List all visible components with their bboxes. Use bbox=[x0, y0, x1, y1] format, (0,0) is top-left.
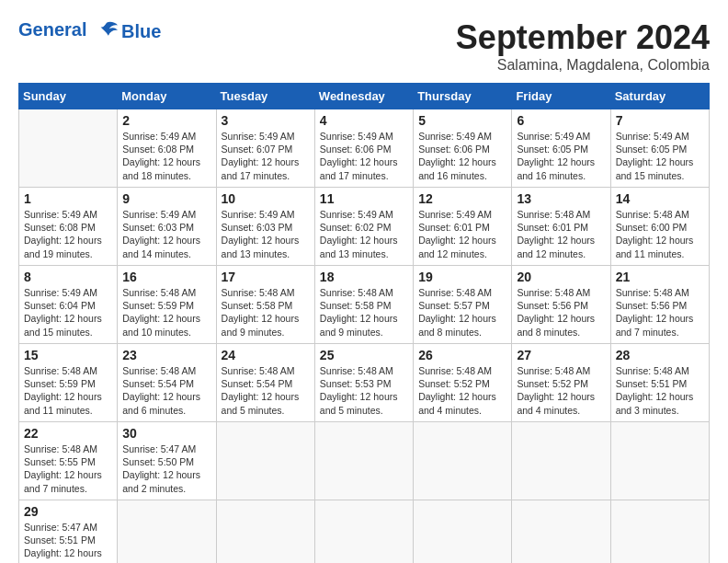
calendar-cell bbox=[512, 422, 610, 500]
day-info: Sunrise: 5:48 AMSunset: 5:51 PMDaylight:… bbox=[616, 365, 694, 416]
day-info: Sunrise: 5:49 AMSunset: 6:03 PMDaylight:… bbox=[122, 209, 200, 259]
day-number: 6 bbox=[517, 113, 605, 128]
day-info: Sunrise: 5:48 AMSunset: 5:57 PMDaylight:… bbox=[418, 287, 496, 338]
day-number: 2 bbox=[122, 113, 210, 128]
logo: General Blue bbox=[18, 18, 161, 44]
day-number: 28 bbox=[616, 348, 704, 362]
calendar-header-tuesday: Tuesday bbox=[216, 84, 314, 109]
day-info: Sunrise: 5:49 AMSunset: 6:07 PMDaylight:… bbox=[222, 131, 300, 181]
calendar-cell bbox=[314, 500, 413, 564]
day-info: Sunrise: 5:49 AMSunset: 6:01 PMDaylight:… bbox=[418, 209, 496, 259]
day-number: 13 bbox=[517, 191, 605, 206]
calendar-cell bbox=[216, 422, 314, 500]
day-info: Sunrise: 5:48 AMSunset: 5:59 PMDaylight:… bbox=[122, 287, 200, 338]
calendar-header-monday: Monday bbox=[118, 84, 216, 109]
day-info: Sunrise: 5:49 AMSunset: 6:06 PMDaylight:… bbox=[320, 131, 398, 181]
calendar-cell bbox=[610, 422, 709, 500]
logo-blue: Blue bbox=[121, 21, 161, 42]
location-subtitle: Salamina, Magdalena, Colombia bbox=[456, 57, 710, 74]
day-info: Sunrise: 5:47 AMSunset: 5:50 PMDaylight:… bbox=[122, 443, 200, 494]
calendar-cell: 6 Sunrise: 5:49 AMSunset: 6:05 PMDayligh… bbox=[512, 109, 610, 188]
day-number: 23 bbox=[122, 348, 210, 362]
day-number: 8 bbox=[24, 270, 112, 284]
calendar-cell: 28 Sunrise: 5:48 AMSunset: 5:51 PMDaylig… bbox=[610, 344, 709, 422]
calendar-cell: 22 Sunrise: 5:48 AMSunset: 5:55 PMDaylig… bbox=[19, 422, 118, 500]
day-info: Sunrise: 5:48 AMSunset: 5:58 PMDaylight:… bbox=[222, 287, 300, 338]
calendar-cell: 15 Sunrise: 5:48 AMSunset: 5:59 PMDaylig… bbox=[19, 344, 118, 422]
logo-general: General bbox=[18, 19, 86, 40]
calendar-cell bbox=[414, 422, 512, 500]
day-info: Sunrise: 5:49 AMSunset: 6:02 PMDaylight:… bbox=[320, 209, 398, 259]
calendar-cell: 20 Sunrise: 5:48 AMSunset: 5:56 PMDaylig… bbox=[512, 266, 610, 344]
calendar-cell bbox=[216, 500, 314, 564]
day-info: Sunrise: 5:48 AMSunset: 5:59 PMDaylight:… bbox=[24, 365, 102, 416]
day-info: Sunrise: 5:48 AMSunset: 5:56 PMDaylight:… bbox=[616, 287, 694, 338]
calendar-cell bbox=[118, 500, 216, 564]
day-number: 21 bbox=[616, 270, 704, 284]
calendar-cell: 7 Sunrise: 5:49 AMSunset: 6:05 PMDayligh… bbox=[610, 109, 709, 188]
calendar-cell bbox=[314, 422, 413, 500]
day-info: Sunrise: 5:49 AMSunset: 6:05 PMDaylight:… bbox=[616, 131, 694, 181]
calendar-cell bbox=[610, 500, 709, 564]
calendar-cell: 23 Sunrise: 5:48 AMSunset: 5:54 PMDaylig… bbox=[118, 344, 216, 422]
day-info: Sunrise: 5:48 AMSunset: 5:56 PMDaylight:… bbox=[517, 287, 595, 338]
day-number: 15 bbox=[24, 348, 112, 362]
calendar-cell: 19 Sunrise: 5:48 AMSunset: 5:57 PMDaylig… bbox=[414, 266, 512, 344]
day-number: 16 bbox=[122, 270, 210, 284]
day-number: 3 bbox=[222, 113, 310, 128]
calendar-header-friday: Friday bbox=[512, 84, 610, 109]
day-number: 12 bbox=[418, 191, 506, 206]
calendar-cell: 10 Sunrise: 5:49 AMSunset: 6:03 PMDaylig… bbox=[216, 188, 314, 266]
calendar-cell: 27 Sunrise: 5:48 AMSunset: 5:52 PMDaylig… bbox=[512, 344, 610, 422]
calendar-cell: 13 Sunrise: 5:48 AMSunset: 6:01 PMDaylig… bbox=[512, 188, 610, 266]
day-info: Sunrise: 5:48 AMSunset: 6:00 PMDaylight:… bbox=[616, 209, 694, 259]
day-number: 9 bbox=[122, 191, 210, 206]
calendar-header-thursday: Thursday bbox=[414, 84, 512, 109]
day-number: 7 bbox=[616, 113, 704, 128]
calendar-cell: 1 Sunrise: 5:49 AMSunset: 6:08 PMDayligh… bbox=[19, 188, 118, 266]
day-number: 20 bbox=[517, 270, 605, 284]
day-number: 29 bbox=[24, 504, 112, 519]
month-title: September 2024 bbox=[456, 18, 710, 57]
calendar-cell: 30 Sunrise: 5:47 AMSunset: 5:50 PMDaylig… bbox=[118, 422, 216, 500]
calendar-cell: 26 Sunrise: 5:48 AMSunset: 5:52 PMDaylig… bbox=[414, 344, 512, 422]
day-info: Sunrise: 5:48 AMSunset: 5:54 PMDaylight:… bbox=[222, 365, 300, 416]
calendar-cell: 5 Sunrise: 5:49 AMSunset: 6:06 PMDayligh… bbox=[414, 109, 512, 188]
day-number: 18 bbox=[320, 270, 408, 284]
day-number: 17 bbox=[222, 270, 310, 284]
logo-bird-icon bbox=[94, 18, 119, 44]
day-number: 4 bbox=[320, 113, 408, 128]
calendar-cell: 21 Sunrise: 5:48 AMSunset: 5:56 PMDaylig… bbox=[610, 266, 709, 344]
day-info: Sunrise: 5:49 AMSunset: 6:03 PMDaylight:… bbox=[222, 209, 300, 259]
day-info: Sunrise: 5:48 AMSunset: 5:58 PMDaylight:… bbox=[320, 287, 398, 338]
day-number: 1 bbox=[24, 191, 112, 206]
calendar-header-sunday: Sunday bbox=[19, 84, 118, 109]
day-number: 30 bbox=[122, 426, 210, 441]
day-number: 11 bbox=[320, 191, 408, 206]
day-number: 22 bbox=[24, 426, 112, 441]
day-info: Sunrise: 5:48 AMSunset: 5:53 PMDaylight:… bbox=[320, 365, 398, 416]
day-info: Sunrise: 5:49 AMSunset: 6:04 PMDaylight:… bbox=[24, 287, 102, 338]
calendar-cell: 25 Sunrise: 5:48 AMSunset: 5:53 PMDaylig… bbox=[314, 344, 413, 422]
day-number: 14 bbox=[616, 191, 704, 206]
day-info: Sunrise: 5:48 AMSunset: 5:52 PMDaylight:… bbox=[517, 365, 595, 416]
day-info: Sunrise: 5:49 AMSunset: 6:08 PMDaylight:… bbox=[24, 209, 102, 259]
day-info: Sunrise: 5:47 AMSunset: 5:51 PMDaylight:… bbox=[24, 522, 102, 563]
calendar-header-wednesday: Wednesday bbox=[314, 84, 413, 109]
calendar-cell: 16 Sunrise: 5:48 AMSunset: 5:59 PMDaylig… bbox=[118, 266, 216, 344]
calendar-cell: 17 Sunrise: 5:48 AMSunset: 5:58 PMDaylig… bbox=[216, 266, 314, 344]
day-number: 27 bbox=[517, 348, 605, 362]
calendar-cell bbox=[19, 109, 118, 188]
calendar-cell: 14 Sunrise: 5:48 AMSunset: 6:00 PMDaylig… bbox=[610, 188, 709, 266]
day-info: Sunrise: 5:49 AMSunset: 6:05 PMDaylight:… bbox=[517, 131, 595, 181]
calendar-cell: 12 Sunrise: 5:49 AMSunset: 6:01 PMDaylig… bbox=[414, 188, 512, 266]
calendar-cell: 24 Sunrise: 5:48 AMSunset: 5:54 PMDaylig… bbox=[216, 344, 314, 422]
calendar-cell: 11 Sunrise: 5:49 AMSunset: 6:02 PMDaylig… bbox=[314, 188, 413, 266]
day-number: 25 bbox=[320, 348, 408, 362]
title-section: September 2024 Salamina, Magdalena, Colo… bbox=[456, 18, 710, 74]
day-number: 10 bbox=[222, 191, 310, 206]
day-number: 26 bbox=[418, 348, 506, 362]
day-number: 24 bbox=[222, 348, 310, 362]
calendar-cell: 3 Sunrise: 5:49 AMSunset: 6:07 PMDayligh… bbox=[216, 109, 314, 188]
day-number: 5 bbox=[418, 113, 506, 128]
